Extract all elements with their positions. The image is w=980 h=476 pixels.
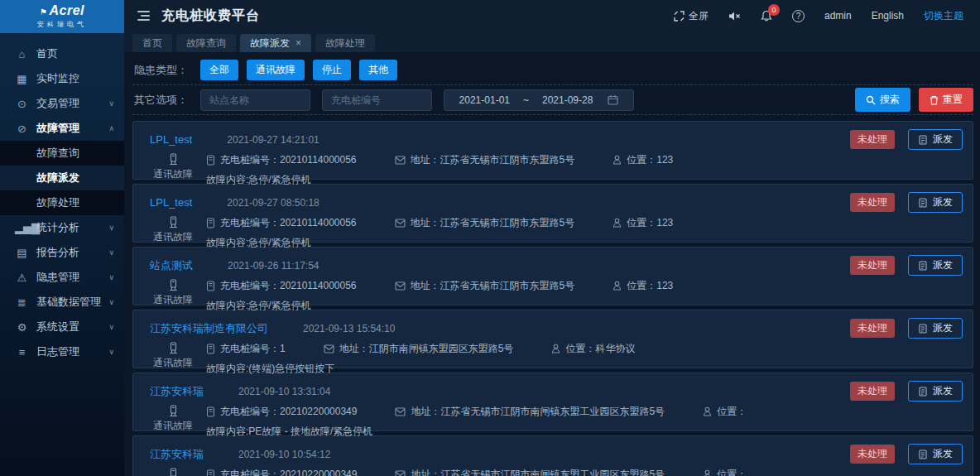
site-name-link[interactable]: LPL_test [150,133,192,146]
fullscreen-icon [674,11,685,22]
sidebar-item[interactable]: 故障处理 [0,190,124,215]
address-icon [395,219,406,228]
record-timestamp: 2021-09-26 11:17:54 [228,260,319,272]
dispatch-button[interactable]: 派发 [908,444,963,464]
collapse-menu-icon[interactable] [137,11,150,21]
dispatch-button[interactable]: 派发 [908,129,963,150]
sidebar-item[interactable]: ⚠ 隐患管理 ∨ [0,265,124,290]
position-label: 位置： [717,405,747,419]
site-name-input[interactable] [200,89,310,111]
brand-subtitle: 安科瑞电气 [37,20,87,29]
sidebar-item-label: 日志管理 [36,344,79,359]
fault-record-card: 江苏安科瑞制造有限公司 2021-09-13 15:54:10 未处理 派发 [132,310,973,368]
pile-number-label: 充电桩编号： [220,468,280,476]
site-name-link[interactable]: 站点测试 [150,258,193,273]
fullscreen-label: 全屏 [689,9,709,23]
site-name-link[interactable]: 江苏安科瑞制造有限公司 [150,321,268,336]
sidebar-item[interactable]: ≡ 日志管理 ∨ [0,339,124,364]
sidebar-item[interactable]: ≣ 基础数据管理 ∨ [0,290,124,315]
position-label: 位置： [565,342,595,356]
address-label: 地址： [411,279,440,293]
charging-pile-icon [168,468,179,476]
sidebar-item[interactable]: ⊘ 故障管理 ∧ [0,116,124,141]
sidebar-item[interactable]: 故障查询 [0,141,124,166]
fault-type-option-button[interactable]: 其他 [359,60,397,80]
record-detail-row: 充电桩编号： 20210114000056 地址： 江苏省无锡市江阴市东盟路5号 [206,215,963,230]
date-end: 2021-09-28 [542,94,593,106]
sidebar-item-icon: ▤ [15,247,29,259]
address-label: 地址： [411,153,440,167]
pile-number-input[interactable] [322,89,432,111]
address-icon [395,281,406,291]
fault-content: 故障内容:急停/紧急停机 [206,299,963,313]
help-icon: ? [792,10,805,22]
tab-label: 故障查询 [186,36,226,50]
user-menu[interactable]: admin [824,10,852,22]
sidebar-item-label: 报告分析 [36,245,79,260]
position-icon [703,469,712,476]
record-details: 充电桩编号： 20210114000056 地址： 江苏省无锡市江阴市东盟路5号 [206,278,963,313]
site-name-link[interactable]: 江苏安科瑞 [150,384,204,399]
dispatch-button[interactable]: 派发 [908,318,963,339]
mute-button[interactable] [728,11,741,22]
sidebar-item-label: 基础数据管理 [36,295,101,310]
tab-close-icon[interactable]: × [295,37,301,49]
address-icon [324,344,334,353]
fault-type-label: 通讯故障 [153,231,193,243]
fault-type-block: 通讯故障 [150,215,196,250]
dispatch-button[interactable]: 派发 [908,255,963,276]
position-icon [612,155,622,165]
tab[interactable]: 故障派发 × [240,34,311,52]
reset-button[interactable]: 重置 [919,88,973,112]
fullscreen-button[interactable]: 全屏 [674,9,709,23]
search-button[interactable]: 搜索 [855,88,910,112]
tab[interactable]: 首页 × [132,34,172,52]
sidebar-item[interactable]: ⚙ 系统设置 ∨ [0,315,124,339]
fault-type-option-button[interactable]: 通讯故障 [247,60,305,80]
language-switch[interactable]: English [872,10,904,22]
chevron-icon: ∨ [108,348,114,356]
pile-number-value: 20210220000349 [280,406,357,417]
fault-record-card: 站点测试 2021-09-26 11:17:54 未处理 派发 [132,247,973,305]
tab[interactable]: 故障处理 × [315,34,375,52]
fault-record-card: LPL_test 2021-09-27 08:50:18 未处理 派发 [132,184,973,243]
theme-switch-label: 切换主题 [924,9,963,23]
fault-type-option-button[interactable]: 全部 [200,60,238,80]
dispatch-button[interactable]: 派发 [908,192,963,213]
fault-type-block: 通讯故障 [150,278,196,313]
dispatch-button[interactable]: 派发 [908,381,963,401]
sidebar-item-label: 故障查询 [36,146,79,161]
sidebar-item[interactable]: ⌂ 首页 [0,41,124,66]
record-body: 通讯故障 充电桩编号： 20210114000056 [150,278,963,313]
date-range-picker[interactable]: 2021-01-01 ~ 2021-09-28 [444,89,634,111]
site-name-link[interactable]: LPL_test [150,196,192,209]
sidebar-item[interactable]: ▤ 报告分析 ∨ [0,240,124,265]
pile-icon [206,155,215,166]
notifications-button[interactable]: 0 [761,10,772,22]
sidebar-item[interactable]: 故障派发 [0,166,124,190]
help-button[interactable]: ? [792,10,805,22]
site-name-link[interactable]: 江苏安科瑞 [150,447,204,462]
position-label: 位置： [627,279,656,293]
charging-pile-icon [168,279,179,291]
address-item: 地址： 江苏省无锡市江阴市东盟路5号 [395,279,575,293]
fault-content: 故障内容:PE故障 - 接地故障/紧急停机 [206,425,963,439]
sidebar-item[interactable]: ⊙ 交易管理 ∨ [0,91,124,116]
sidebar-item[interactable]: ▂▅▇ 统计分析 ∨ [0,215,124,240]
address-value: 江阴市南闸镇东盟园区东盟路5号 [369,342,514,356]
pile-number-label: 充电桩编号： [220,405,280,419]
fault-type-option-button[interactable]: 停止 [313,60,351,80]
tab[interactable]: 故障查询 × [176,34,236,52]
theme-switch-link[interactable]: 切换主题 [924,9,963,23]
sidebar-item[interactable]: ▦ 实时监控 [0,66,124,91]
address-icon [395,470,406,476]
mute-icon [728,11,741,22]
brand-logo[interactable]: Acrel 安科瑞电气 [0,0,124,33]
dispatch-icon [918,387,928,397]
dispatch-label: 派发 [933,258,953,272]
record-detail-row: 充电桩编号： 20210114000056 地址： 江苏省无锡市江阴市东盟路5号 [206,152,963,167]
search-label: 搜索 [880,93,900,107]
dispatch-icon [918,261,928,271]
position-value: 科华协议 [595,342,635,356]
chevron-icon: ∨ [108,273,114,281]
